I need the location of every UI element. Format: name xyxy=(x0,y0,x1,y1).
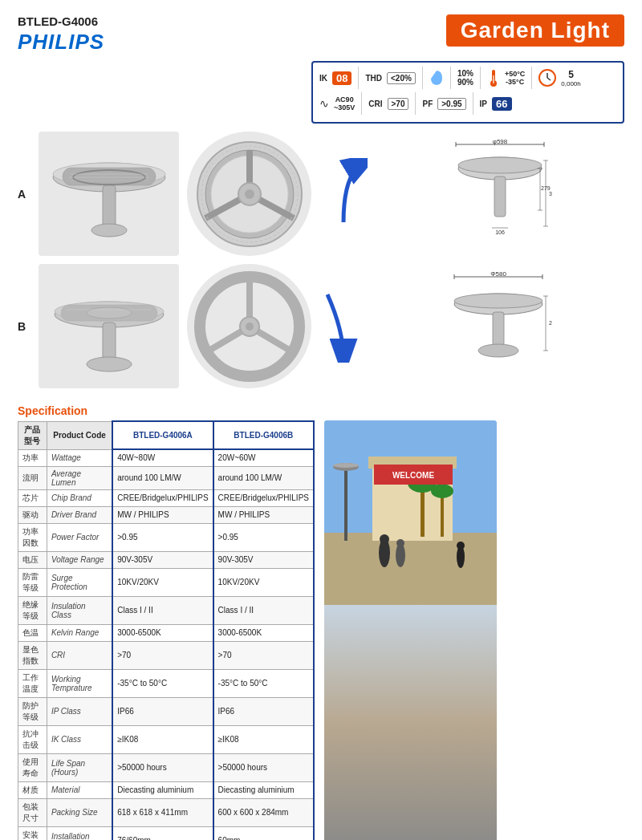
svg-point-30 xyxy=(458,157,542,173)
waterproof-icon xyxy=(429,69,444,87)
table-row: 流明Average Lumenaround 100 LM/Waround 100… xyxy=(18,466,315,489)
svg-text:279: 279 xyxy=(541,185,551,191)
cri-value: >70 xyxy=(388,98,409,110)
specification-section: Specification 产品型号 Product Code BTLED-G4… xyxy=(18,404,624,840)
ip-value: 66 xyxy=(492,97,511,111)
col-header-b: BTLED-G4006B xyxy=(213,421,314,449)
divider-1 xyxy=(358,67,359,89)
ac-values: AC90 ~305V xyxy=(334,95,355,112)
table-row: 材质MaterialDiecasting aluminiumDiecasting… xyxy=(18,781,315,798)
spec-icons-panel: IK 08 THD <20% 10% 90% xyxy=(311,61,624,124)
table-row: 绝缘等级Insulation ClassClass I / IIClass I … xyxy=(18,596,315,624)
lamp-b-side-image xyxy=(39,264,179,388)
table-row: 功率因数Power Factor>0.95>0.95 xyxy=(18,523,315,551)
header-left: BTLED-G4006 PHILIPS xyxy=(18,14,104,55)
divider-7 xyxy=(415,92,416,115)
divider-6 xyxy=(361,92,362,115)
lamp-b-top-image xyxy=(187,264,311,388)
thd-spec: THD xyxy=(365,74,382,83)
arrow-a xyxy=(319,158,368,230)
cri-spec: CRI xyxy=(368,99,382,108)
table-row: 显色指数CRI>70>70 xyxy=(18,641,315,669)
svg-rect-76 xyxy=(344,469,347,541)
brand-name: PHILIPS xyxy=(18,30,104,55)
spec-table: 产品型号 Product Code BTLED-G4006A BTLED-G40… xyxy=(18,420,315,840)
svg-text:106: 106 xyxy=(495,229,505,235)
table-row: 功率Wattage40W~80W20W~60W xyxy=(18,449,315,466)
table-row: 安装管径Installation Spigot76/60mm60mm xyxy=(18,826,315,840)
svg-rect-74 xyxy=(441,493,444,537)
table-row: 色温Kelvin Range3000-6500K3000-6500K xyxy=(18,624,315,641)
ik-spec: IK xyxy=(319,74,327,83)
col-header-a: BTLED-G4006A xyxy=(112,421,213,449)
pf-spec: PF xyxy=(422,99,433,108)
dim-diagram-b: Φ580 264 xyxy=(376,270,624,383)
pf-value: >0.95 xyxy=(437,98,465,110)
divider-5 xyxy=(531,67,532,89)
table-row: 防护等级IP ClassIP66IP66 xyxy=(18,697,315,725)
table-row: 抗冲击级IK Class≥IK08≥IK08 xyxy=(18,725,315,753)
temp-values: +50°C -35°C xyxy=(505,70,525,86)
svg-point-61 xyxy=(454,294,542,308)
svg-text:264: 264 xyxy=(549,320,552,326)
divider-3 xyxy=(450,67,451,89)
ip-spec: IP xyxy=(480,99,487,108)
product-row-b: B xyxy=(18,264,624,388)
page-header: BTLED-G4006 PHILIPS Garden Light xyxy=(18,14,624,55)
svg-rect-69 xyxy=(324,533,497,605)
svg-text:Φ580: Φ580 xyxy=(490,270,506,278)
svg-point-22 xyxy=(245,189,254,199)
row-label-a: A xyxy=(18,188,30,201)
svg-point-82 xyxy=(396,539,404,547)
svg-line-5 xyxy=(547,78,551,80)
table-row: 防雷等级Surge Protection10KV/20KV10KV/20KV xyxy=(18,568,315,596)
lamp-a-top-image xyxy=(187,132,311,256)
table-row: 包装尺寸Packing Size618 x 618 x 411mm600 x 6… xyxy=(18,798,315,826)
divider-4 xyxy=(480,67,481,89)
svg-point-80 xyxy=(380,534,389,544)
col-header-en: Product Code xyxy=(47,421,112,449)
title-badge: Garden Light xyxy=(446,14,624,47)
svg-rect-46 xyxy=(103,323,116,361)
table-row: 芯片Chip BrandCREE/Bridgelux/PHILIPSCREE/B… xyxy=(18,489,315,506)
divider-8 xyxy=(473,92,473,115)
col-header-cn: 产品型号 xyxy=(18,421,47,449)
thd-value: <20% xyxy=(387,72,416,84)
table-row: 使用寿命Life Span (Hours)>50000 hours>50000 … xyxy=(18,753,315,781)
divider-2 xyxy=(422,67,423,89)
product-code: BTLED-G4006 xyxy=(18,14,104,28)
temp-spec xyxy=(487,69,500,87)
svg-point-45 xyxy=(87,307,132,319)
ik-value: 08 xyxy=(332,71,351,85)
street-photo: WELCOME xyxy=(324,420,497,840)
svg-point-10 xyxy=(91,224,127,237)
ac-spec: ∿ xyxy=(319,97,329,110)
lumen-spec: 10% 90% xyxy=(457,69,473,87)
svg-text:WELCOME: WELCOME xyxy=(392,471,435,480)
svg-rect-31 xyxy=(494,177,506,217)
svg-rect-2 xyxy=(493,75,494,83)
svg-point-78 xyxy=(333,463,359,468)
svg-rect-9 xyxy=(103,185,116,229)
row-label-b: B xyxy=(18,320,30,333)
hours-spec xyxy=(538,69,556,87)
svg-point-84 xyxy=(457,542,465,550)
spec-row-1: IK 08 THD <20% 10% 90% xyxy=(319,67,616,89)
svg-text:φ598: φ598 xyxy=(493,138,508,145)
svg-rect-62 xyxy=(493,312,504,346)
table-row: 电压Voltage Range90V-305V90V-305V xyxy=(18,551,315,568)
products-section: A xyxy=(18,132,624,396)
spec-title: Specification xyxy=(18,404,624,417)
spec-row-2: ∿ AC90 ~305V CRI >70 PF >0.95 IP 66 xyxy=(319,92,616,115)
svg-point-47 xyxy=(87,357,132,371)
lamp-a-side-image xyxy=(39,132,179,256)
table-row: 工作温度Working Temprature-35°C to 50°C-35°C… xyxy=(18,669,315,697)
svg-point-75 xyxy=(431,484,453,498)
product-row-a: A xyxy=(18,132,624,256)
spec-table-wrapper: 产品型号 Product Code BTLED-G4006A BTLED-G40… xyxy=(18,420,624,840)
arrow-b xyxy=(319,290,368,363)
svg-text:391: 391 xyxy=(549,191,552,197)
dim-diagram-a: φ598 391 279 106 xyxy=(376,138,624,250)
table-row: 驱动Driver BrandMW / PHILIPSMW / PHILIPS xyxy=(18,506,315,523)
hours-value: 5 0,000h xyxy=(561,69,580,87)
